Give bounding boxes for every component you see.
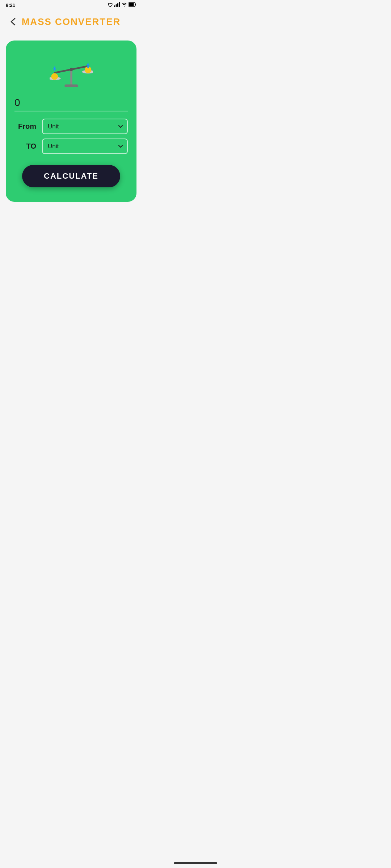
to-unit-select[interactable]: Unit Kilogram (kg) Gram (g) Milligram (m… [42,139,128,154]
status-icons: 🛡 [108,2,136,8]
svg-rect-3 [119,2,120,7]
signal-icon [114,2,120,8]
input-container [14,95,128,111]
shield-icon: 🛡 [108,3,113,8]
status-bar: 9:21 🛡 [0,0,142,10]
from-row: From Unit Kilogram (kg) Gram (g) Milligr… [14,119,128,134]
svg-rect-23 [87,65,89,68]
svg-rect-7 [64,85,78,87]
to-label: TO [14,142,36,150]
to-row: TO Unit Kilogram (kg) Gram (g) Milligram… [14,139,128,154]
page-title: MASS CONVERTER [20,16,122,27]
back-button[interactable] [6,14,20,29]
svg-rect-2 [117,3,118,7]
svg-rect-6 [70,69,72,86]
battery-icon [129,2,136,8]
value-input[interactable] [14,95,128,111]
scale-illustration [50,51,93,88]
wifi-icon [121,2,127,8]
header: MASS CONVERTER [0,10,142,33]
main-content: From Unit Kilogram (kg) Gram (g) Milligr… [0,33,142,209]
svg-marker-22 [86,63,89,65]
conversion-rows: From Unit Kilogram (kg) Gram (g) Milligr… [14,119,128,154]
status-time: 9:21 [6,3,15,8]
calculate-button[interactable]: CALCULATE [22,165,120,187]
svg-rect-0 [114,5,115,7]
converter-card: From Unit Kilogram (kg) Gram (g) Milligr… [6,41,136,202]
svg-rect-1 [116,4,117,7]
from-label: From [14,122,36,131]
from-unit-select[interactable]: Unit Kilogram (kg) Gram (g) Milligram (m… [42,119,128,134]
svg-rect-20 [54,67,55,69]
svg-rect-5 [129,3,134,6]
svg-point-18 [51,73,58,80]
svg-point-9 [70,68,73,71]
